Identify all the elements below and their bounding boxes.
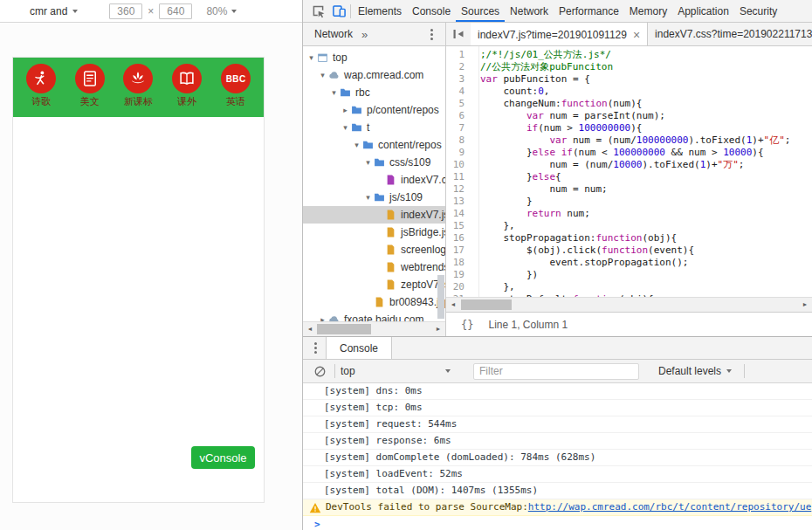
drawer-menu-icon[interactable] xyxy=(308,342,322,354)
phone-nav-lotus[interactable]: 新课标 xyxy=(115,64,161,107)
tree-collapsed-arrow-icon[interactable]: ▸ xyxy=(341,107,350,114)
tree-item[interactable]: screenlog.js xyxy=(303,241,445,258)
tree-item[interactable]: webtrends.js xyxy=(303,258,445,276)
line-number[interactable]: 10 xyxy=(446,159,472,171)
line-number[interactable]: 8 xyxy=(446,134,472,147)
tree-item[interactable]: ▾css/s109 xyxy=(303,154,445,171)
inspect-cursor-icon[interactable] xyxy=(308,2,327,21)
viewport-width-input[interactable] xyxy=(109,3,142,19)
line-number[interactable]: 16 xyxy=(446,232,472,244)
tree-expanded-arrow-icon[interactable]: ▾ xyxy=(363,159,373,167)
console-drawer: Console top Default levels [system] dns xyxy=(303,336,812,530)
tree-expanded-arrow-icon[interactable]: ▾ xyxy=(352,141,361,149)
scrollbar-thumb[interactable] xyxy=(317,324,371,334)
console-prompt[interactable]: > xyxy=(303,516,812,530)
editor-horizontal-scrollbar[interactable]: ◄ ► xyxy=(446,297,812,312)
scroll-left-icon[interactable]: ◄ xyxy=(446,298,460,312)
phone-nav-bbc[interactable]: BBC英语 xyxy=(213,64,258,107)
device-select[interactable]: cmr and xyxy=(30,5,78,17)
tab-application[interactable]: Application xyxy=(672,0,734,22)
code-editor[interactable]: 1;/*!/js/01_公共方法.js*/2//公共方法对象pubFuncito… xyxy=(446,46,812,297)
phone-nav-article[interactable]: 美文 xyxy=(67,64,113,107)
line-number[interactable]: 12 xyxy=(446,183,472,196)
scroll-right-icon[interactable]: ► xyxy=(431,322,445,336)
line-number[interactable]: 20 xyxy=(446,281,472,293)
vconsole-button[interactable]: vConsole xyxy=(191,446,255,469)
device-toolbar-toggle-icon[interactable] xyxy=(329,2,348,21)
scroll-right-icon[interactable]: ► xyxy=(798,298,812,312)
tab-sources[interactable]: Sources xyxy=(456,0,505,22)
pretty-print-icon[interactable]: {} xyxy=(461,319,473,331)
more-tabs-chevron[interactable]: » xyxy=(361,28,368,41)
devtools-panel: ElementsConsoleSourcesNetworkPerformance… xyxy=(303,0,812,530)
toolbar-divider xyxy=(350,4,351,18)
tree-item[interactable]: ▾content/repos xyxy=(303,136,445,154)
line-number[interactable]: 5 xyxy=(446,98,472,110)
viewport-height-input[interactable] xyxy=(159,3,192,19)
line-number[interactable]: 13 xyxy=(446,196,472,208)
editor-tab[interactable]: indexV7.css?time=201902211713 xyxy=(648,23,812,45)
sourcemap-link[interactable]: http://wap.cmread.com/rbc/t/content/repo… xyxy=(528,499,812,515)
tree-item[interactable]: ▾js/s109 xyxy=(303,189,445,206)
tab-console[interactable]: Console xyxy=(407,0,456,22)
line-number[interactable]: 19 xyxy=(446,269,472,281)
tree-item[interactable]: ▾wap.cmread.com xyxy=(303,66,445,84)
tree-item[interactable]: ▸p/content/repos xyxy=(303,101,445,119)
navigator-tab-network[interactable]: Network xyxy=(314,28,353,40)
line-number[interactable]: 1 xyxy=(446,49,472,61)
console-filter-input[interactable] xyxy=(473,363,639,380)
clear-console-icon[interactable] xyxy=(310,361,329,381)
scroll-left-icon[interactable]: ◄ xyxy=(303,322,317,336)
navigator-vertical-scrollbar[interactable] xyxy=(437,275,444,319)
folder-icon xyxy=(373,191,386,203)
tree-item[interactable]: ▾t xyxy=(303,119,445,136)
js-icon xyxy=(384,279,397,291)
line-number[interactable]: 18 xyxy=(446,257,472,269)
log-levels-select[interactable]: Default levels xyxy=(658,365,732,377)
phone-nav-label: 英语 xyxy=(226,96,245,107)
phone-nav-book[interactable]: 课外 xyxy=(164,64,210,107)
line-number[interactable]: 4 xyxy=(446,86,472,98)
tree-expanded-arrow-icon[interactable]: ▾ xyxy=(341,124,350,132)
tree-expanded-arrow-icon[interactable]: ▾ xyxy=(306,54,316,62)
scrollbar-thumb[interactable] xyxy=(461,299,512,310)
navigator-menu-icon[interactable] xyxy=(424,29,438,40)
tree-item[interactable]: indexV7.js?time=201901091129 xyxy=(303,206,445,224)
editor-tab[interactable]: indexV7.js?time=201901091129× xyxy=(471,23,648,46)
phone-nav-dancer[interactable]: 诗歌 xyxy=(18,64,64,107)
code-text: stopPropagation:function(obj){ xyxy=(472,232,677,244)
tree-expanded-arrow-icon[interactable]: ▾ xyxy=(363,194,373,202)
tab-performance[interactable]: Performance xyxy=(554,0,624,22)
line-number[interactable]: 15 xyxy=(446,220,472,232)
line-number[interactable]: 17 xyxy=(446,244,472,257)
tab-security[interactable]: Security xyxy=(734,0,782,22)
code-line: 18 event.stopPropagation(); xyxy=(446,257,812,269)
line-number[interactable]: 7 xyxy=(446,122,472,134)
line-number[interactable]: 2 xyxy=(446,61,472,73)
line-number[interactable]: 11 xyxy=(446,171,472,183)
line-number[interactable]: 6 xyxy=(446,110,472,122)
tab-network[interactable]: Network xyxy=(505,0,554,22)
tab-elements[interactable]: Elements xyxy=(353,0,407,22)
tree-item[interactable]: ▸fxoate.baidu.com xyxy=(303,311,445,321)
tree-item[interactable]: ▾top xyxy=(303,49,445,66)
code-line: 9 }else if(num < 100000000 && num > 1000… xyxy=(446,147,812,159)
code-text: }) xyxy=(472,269,538,281)
line-number[interactable]: 3 xyxy=(446,73,472,86)
hide-navigator-icon[interactable] xyxy=(446,23,471,45)
javascript-context-select[interactable]: top xyxy=(341,365,454,377)
tree-item[interactable]: jsBridge.js xyxy=(303,224,445,241)
tree-item[interactable]: br008943.jsp? xyxy=(303,293,445,311)
navigator-horizontal-scrollbar[interactable]: ◄ ► xyxy=(303,321,445,336)
line-number[interactable]: 9 xyxy=(446,147,472,159)
drawer-tab-console[interactable]: Console xyxy=(326,337,392,359)
close-icon[interactable]: × xyxy=(633,29,640,41)
line-number[interactable]: 14 xyxy=(446,208,472,220)
tree-item[interactable]: ▾rbc xyxy=(303,84,445,101)
tree-item[interactable]: indexV7.css?time=201902211713 xyxy=(303,171,445,189)
zoom-select[interactable]: 80% xyxy=(206,5,237,17)
tab-memory[interactable]: Memory xyxy=(624,0,672,22)
tree-expanded-arrow-icon[interactable]: ▾ xyxy=(318,72,327,79)
tree-expanded-arrow-icon[interactable]: ▾ xyxy=(329,89,339,97)
tree-item[interactable]: zeptoV7.js xyxy=(303,276,445,293)
